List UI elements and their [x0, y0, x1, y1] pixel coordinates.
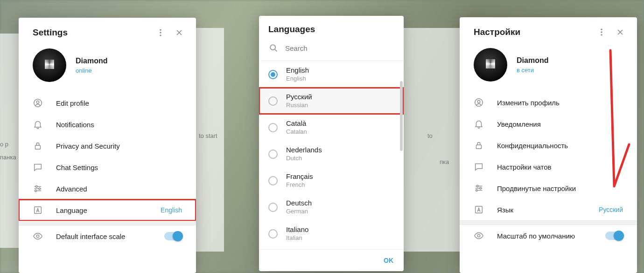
language-option[interactable]: NederlandsDutch: [259, 141, 404, 167]
language-list[interactable]: EnglishEnglishРусскийRussianCatalàCatala…: [259, 61, 404, 249]
language-option[interactable]: РусскийRussian: [259, 88, 404, 114]
language-option[interactable]: ItalianoItalian: [259, 220, 404, 247]
language-english: German: [286, 208, 312, 215]
radio-icon: [268, 150, 278, 159]
menu-item-label: Продвинутые настройки: [497, 184, 623, 192]
language-option[interactable]: EnglishEnglish: [259, 61, 404, 88]
svg-point-16: [477, 100, 480, 103]
default-scale-row[interactable]: Default interface scale: [19, 225, 196, 247]
settings-panel-english: Settings Diamond online Edit profileNoti…: [19, 18, 196, 273]
menu-item-label: Notifications: [56, 121, 182, 129]
svg-point-11: [270, 45, 275, 50]
menu-item-user[interactable]: Изменить профиль: [460, 92, 637, 113]
profile-status: online: [76, 67, 107, 74]
scale-toggle[interactable]: [164, 232, 182, 240]
svg-point-20: [476, 190, 478, 191]
language-option[interactable]: DeutschGerman: [259, 194, 404, 220]
language-english: Dutch: [286, 155, 322, 162]
menu-item-sliders[interactable]: Advanced: [19, 178, 196, 199]
user-icon: [474, 97, 484, 108]
separator: [460, 220, 637, 225]
language-native: Deutsch: [286, 199, 312, 208]
svg-point-18: [476, 185, 478, 187]
menu-item-lock[interactable]: Конфиденциальность: [460, 135, 637, 156]
language-option[interactable]: CatalàCatalan: [259, 114, 404, 141]
menu-item-label: Advanced: [56, 185, 182, 193]
svg-point-10: [36, 235, 39, 238]
profile-block[interactable]: Diamond online: [19, 46, 196, 92]
radio-icon: [268, 96, 278, 106]
svg-point-22: [477, 234, 480, 237]
settings-title-ru: Настройки: [474, 27, 520, 37]
profile-name-ru: Diamond: [517, 56, 548, 65]
eye-icon: [33, 231, 43, 241]
settings-title: Settings: [33, 27, 68, 38]
settings-header: Settings: [19, 18, 196, 46]
language-native: Italiano: [286, 225, 308, 234]
ok-button[interactable]: OK: [384, 257, 393, 264]
close-icon[interactable]: [615, 27, 626, 38]
scale-toggle-ru[interactable]: [605, 232, 623, 240]
menu-item-lang[interactable]: LanguageEnglish: [19, 199, 196, 221]
svg-point-2: [160, 34, 161, 36]
eye-icon: [474, 231, 484, 241]
language-native: Français: [286, 172, 313, 181]
language-native: Català: [286, 119, 307, 128]
menu-item-lock[interactable]: Privacy and Security: [19, 135, 196, 157]
svg-point-6: [35, 186, 37, 188]
avatar: [33, 48, 66, 82]
menu-item-value: Русский: [599, 206, 623, 213]
svg-rect-17: [476, 145, 482, 149]
language-english: Catalan: [286, 128, 307, 136]
settings-menu-ru: Изменить профильУведомленияКонфиденциаль…: [460, 92, 637, 220]
svg-point-19: [480, 187, 482, 189]
sliders-icon: [33, 184, 43, 194]
default-scale-row-ru[interactable]: Масштаб по умолчанию: [460, 225, 637, 246]
menu-item-label: Edit profile: [56, 99, 182, 107]
svg-point-1: [160, 32, 161, 33]
language-english: English: [286, 75, 309, 82]
languages-footer: OK: [259, 249, 404, 271]
search-icon: [268, 43, 279, 53]
menu-item-user[interactable]: Edit profile: [19, 92, 196, 114]
settings-menu: Edit profileNotificationsPrivacy and Sec…: [19, 92, 196, 221]
menu-item-label: Настройки чатов: [497, 163, 623, 171]
chat-icon: [33, 162, 43, 172]
languages-title: Languages: [268, 24, 315, 34]
menu-item-lang[interactable]: ЯзыкРусский: [460, 199, 637, 220]
lock-icon: [33, 141, 43, 151]
scrollbar[interactable]: [400, 81, 403, 239]
svg-point-13: [601, 31, 602, 33]
radio-icon: [268, 176, 278, 185]
user-icon: [33, 98, 43, 108]
svg-point-0: [160, 29, 161, 31]
language-native: Nederlands: [286, 146, 322, 155]
radio-icon: [268, 123, 278, 132]
radio-icon: [268, 203, 278, 212]
search-input[interactable]: [285, 44, 394, 52]
profile-block-ru[interactable]: Diamond в сети: [460, 45, 637, 92]
menu-item-bell[interactable]: Notifications: [19, 114, 196, 135]
radio-icon: [268, 70, 278, 79]
separator: [19, 221, 196, 225]
menu-item-sliders[interactable]: Продвинутые настройки: [460, 177, 637, 199]
svg-point-8: [35, 190, 37, 192]
profile-status-ru: в сети: [517, 67, 548, 74]
menu-item-label: Chat Settings: [56, 164, 182, 171]
menu-item-chat[interactable]: Chat Settings: [19, 157, 196, 178]
svg-point-4: [36, 101, 39, 103]
languages-panel: Languages EnglishEnglishРусскийRussianCa…: [259, 16, 404, 271]
language-native: English: [286, 66, 309, 75]
menu-item-label: Уведомления: [497, 120, 623, 128]
svg-point-7: [39, 188, 41, 190]
language-option[interactable]: FrançaisFrench: [259, 167, 404, 194]
more-icon[interactable]: [155, 27, 166, 38]
svg-point-14: [601, 34, 602, 35]
menu-item-chat[interactable]: Настройки чатов: [460, 156, 637, 177]
close-icon[interactable]: [174, 27, 185, 38]
sliders-icon: [474, 183, 484, 193]
scale-label-ru: Масштаб по умолчанию: [497, 232, 592, 240]
menu-item-bell[interactable]: Уведомления: [460, 113, 637, 135]
more-icon[interactable]: [596, 27, 607, 38]
lock-icon: [474, 140, 484, 150]
